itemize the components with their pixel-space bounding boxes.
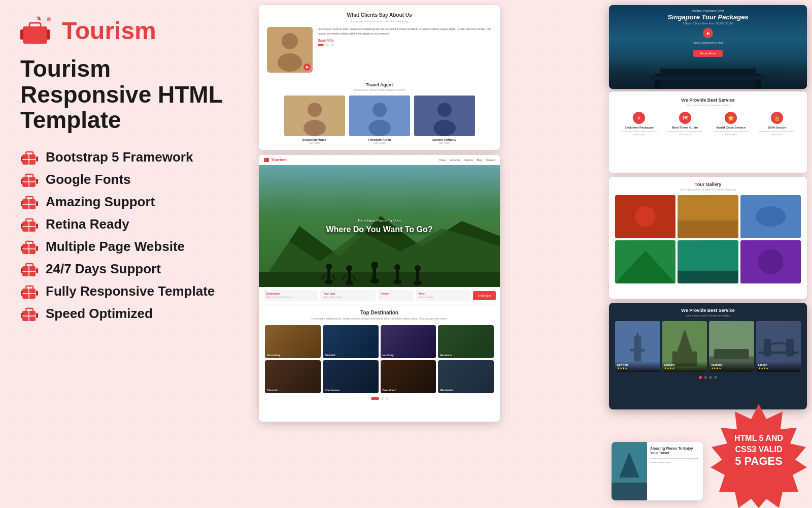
- feature-label: Multiple Page Website: [46, 239, 185, 255]
- svg-point-54: [282, 33, 298, 49]
- svg-rect-89: [756, 74, 761, 89]
- svg-rect-13: [21, 179, 23, 184]
- list-item: Google Fonts: [20, 171, 233, 189]
- luggage-icon: [20, 148, 39, 167]
- left-panel: Tourism Tourism Responsive HTML Template…: [0, 0, 254, 508]
- svg-rect-25: [21, 224, 23, 229]
- hero-nav-logo: Tourism: [271, 157, 287, 162]
- holiday-title: Singapore Tour Packages: [609, 13, 807, 21]
- svg-point-96: [755, 206, 786, 227]
- svg-rect-32: [36, 246, 38, 251]
- nav-home[interactable]: Home: [439, 158, 446, 162]
- feature-label: Amazing Support: [46, 194, 155, 210]
- nav-service[interactable]: Service: [464, 158, 473, 162]
- svg-rect-44: [36, 291, 38, 296]
- svg-rect-20: [36, 201, 38, 206]
- feature-label: Google Fonts: [46, 172, 131, 187]
- svg-line-71: [321, 274, 325, 279]
- svg-point-60: [373, 103, 387, 117]
- list-item: Amazing Support: [20, 193, 233, 211]
- screenshots-area: What Clients Say About Us Lorem ipsum do…: [249, 0, 812, 508]
- dark-service-screenshot: We Provide Best Service Lorem ipsum dolo…: [609, 303, 807, 409]
- top-destination-subtitle: Consectetur adipiscing elit, sed do eius…: [265, 317, 494, 321]
- svg-rect-50: [36, 313, 38, 318]
- list-item: Fully Responsive Template: [20, 282, 233, 301]
- svg-rect-85: [416, 271, 419, 284]
- svg-point-61: [368, 120, 391, 136]
- list-item: Speed Optimized: [20, 305, 233, 323]
- feature-label: Retina Ready: [46, 216, 129, 232]
- nav-blog[interactable]: Blog: [477, 158, 482, 162]
- luggage-icon: [20, 171, 39, 189]
- svg-rect-112: [714, 349, 749, 359]
- svg-rect-3: [47, 29, 50, 40]
- testimonials-screenshot: What Clients Say About Us Lorem ipsum do…: [259, 5, 500, 150]
- amazing-title: Amazing Places To Enjoy Your Travel: [650, 446, 700, 455]
- svg-point-92: [635, 206, 656, 227]
- luggage-icon: [20, 193, 39, 211]
- feature-label: 24/7 Days Support: [46, 261, 161, 277]
- list-item: Bootstrap 5 Framework: [20, 148, 233, 167]
- top-destination-title: Top Destination: [265, 310, 494, 315]
- search-button[interactable]: Find Now: [473, 291, 496, 300]
- svg-point-102: [758, 249, 783, 274]
- service-label-1: Exclusive Packages: [618, 126, 661, 129]
- svg-line-76: [342, 275, 346, 280]
- svg-rect-26: [36, 224, 38, 229]
- testimonial-signature: Brian Mills: [318, 39, 492, 42]
- list-item: 24/7 Days Support: [20, 260, 233, 278]
- svg-point-80: [371, 262, 378, 269]
- know-more-button[interactable]: Know More: [693, 50, 723, 57]
- svg-text:HTML 5 AND: HTML 5 AND: [734, 434, 783, 442]
- hero-screenshot: Tourism Home About Us Service Blog Conta…: [259, 155, 500, 422]
- svg-rect-37: [21, 268, 23, 273]
- svg-rect-2: [20, 29, 23, 40]
- gallery-screenshot: Tour Gallery Lorem ipsum dolor sit amet …: [609, 177, 807, 299]
- dark-service-title: We Provide Best Service: [615, 308, 801, 313]
- svg-rect-31: [21, 246, 23, 251]
- svg-rect-49: [21, 313, 23, 318]
- service-label-2: Best Travel Guide: [663, 126, 706, 129]
- travel-agent-title: Travel Agent: [267, 82, 492, 87]
- svg-line-72: [332, 274, 335, 279]
- svg-rect-74: [348, 271, 351, 284]
- best-service-screenshot: We Provide Best Service Lorem ipsum dolo…: [609, 91, 807, 173]
- agent-role: Tour Agent: [414, 141, 475, 144]
- svg-rect-7: [21, 156, 23, 162]
- logo-icon: [20, 15, 56, 46]
- holiday-screenshot: Holiday Packages Offer Singapore Tour Pa…: [609, 5, 807, 89]
- svg-rect-106: [630, 349, 646, 352]
- svg-rect-19: [21, 201, 23, 206]
- agent-role: Tour Guide: [349, 141, 410, 144]
- logo-area: Tourism: [20, 15, 233, 46]
- svg-rect-88: [655, 74, 660, 89]
- hero-small-text: Find Next Place To Visit: [326, 218, 432, 223]
- svg-rect-90: [650, 76, 766, 80]
- luggage-icon: [20, 260, 39, 278]
- nav-about[interactable]: About Us: [450, 158, 460, 162]
- luggage-icon: [20, 215, 39, 234]
- best-service-subtitle: Lorem ipsum dolor sit amet consectetur: [616, 104, 800, 107]
- svg-point-86: [415, 265, 421, 271]
- amazing-places-screenshot: Amazing Places To Enjoy Your Travel Lore…: [612, 442, 703, 500]
- svg-rect-118: [612, 483, 647, 500]
- testimonials-title: What Clients Say About Us: [267, 12, 492, 18]
- holiday-offer-text: Holiday Packages Offer: [609, 9, 807, 12]
- svg-rect-38: [36, 268, 38, 273]
- luggage-icon: [20, 305, 39, 323]
- html-badge: HTML 5 AND CSS3 VALID 5 PAGES: [705, 401, 812, 508]
- list-item: Multiple Page Website: [20, 238, 233, 256]
- main-title: Tourism Responsive HTML Template: [20, 56, 233, 133]
- svg-rect-79: [373, 268, 376, 282]
- logo-text: Tourism: [62, 17, 156, 45]
- svg-rect-14: [36, 179, 38, 184]
- feature-label: Fully Responsive Template: [46, 283, 215, 299]
- hero-big-text: Where Do You Want To Go?: [326, 225, 432, 234]
- svg-point-64: [433, 120, 456, 136]
- gallery-title: Tour Gallery: [615, 182, 801, 187]
- svg-point-57: [308, 103, 322, 117]
- svg-rect-82: [396, 270, 399, 283]
- feature-label: Bootstrap 5 Framework: [46, 149, 193, 165]
- svg-point-83: [394, 264, 400, 270]
- nav-contact[interactable]: Contact: [486, 158, 495, 162]
